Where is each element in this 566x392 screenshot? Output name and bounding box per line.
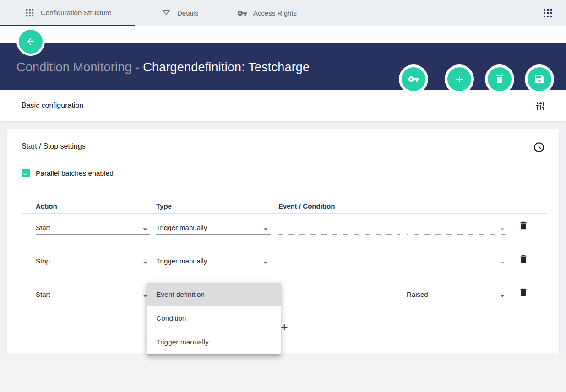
action-select-value: Start: [36, 224, 50, 231]
dropdown-arrow-icon: [261, 224, 271, 234]
event-condition-field[interactable]: [278, 286, 400, 301]
divider: [22, 213, 547, 214]
type-select[interactable]: Trigger manually: [156, 219, 271, 235]
type-select-value: Trigger manually: [156, 224, 207, 231]
tabbar-lower-strip: [0, 26, 566, 43]
delete-icon: [518, 287, 528, 297]
delete-icon: [518, 254, 528, 264]
delete-row-button[interactable]: [514, 250, 533, 268]
start-stop-settings-card: Start / Stop settings Parallel batches e…: [7, 129, 559, 353]
save-button[interactable]: [528, 67, 551, 91]
page-title: Condition Monitoring - Chargendefinition…: [16, 60, 310, 75]
parallel-batches-label: Parallel batches enabled: [36, 169, 114, 177]
page: Configuration Structure Details Access R…: [0, 0, 566, 392]
filter-icon: [161, 8, 171, 18]
delete-row-button[interactable]: [514, 283, 533, 301]
delete-icon: [518, 220, 528, 231]
action-select[interactable]: Start: [36, 286, 150, 301]
parallel-batches-checkbox[interactable]: [22, 169, 30, 177]
dropdown-arrow-icon: [140, 258, 150, 268]
tab-access-rights[interactable]: Access Rights: [237, 0, 297, 26]
apps-grid-icon: [25, 8, 35, 18]
action-select[interactable]: Stop: [36, 252, 150, 268]
event-condition-field[interactable]: [278, 252, 400, 268]
divider: [22, 279, 547, 279]
table-row: Start Trigger manually: [7, 219, 559, 237]
dropdown-arrow-icon: [497, 258, 507, 268]
type-select-value: Trigger manually: [156, 257, 207, 265]
top-tab-bar: Configuration Structure Details Access R…: [0, 0, 566, 26]
bottom-nav-bar: Basic configuration Start / Stop setting…: [0, 353, 566, 392]
page-title-main: Chargendefinition: Testcharge: [143, 60, 310, 74]
table-row: Start Raised: [7, 286, 559, 304]
tune-icon: [535, 100, 546, 111]
back-arrow-icon: [25, 36, 36, 47]
delete-row-button[interactable]: [514, 216, 533, 235]
delete-button[interactable]: [488, 67, 512, 91]
menu-item-trigger-manually[interactable]: Trigger manually: [147, 330, 281, 354]
column-header-type: Type: [156, 202, 172, 210]
tab-label: Access Rights: [253, 9, 297, 17]
type-select[interactable]: Trigger manually: [156, 252, 271, 268]
state-select[interactable]: [407, 252, 507, 268]
dropdown-arrow-icon: [497, 224, 507, 234]
tab-label: Configuration Structure: [41, 9, 111, 16]
table-row: Stop Trigger manually: [7, 252, 559, 271]
delete-icon: [494, 74, 505, 85]
tune-button[interactable]: [535, 100, 546, 111]
type-dropdown-menu: Event definition Condition Trigger manua…: [147, 283, 281, 354]
back-button[interactable]: [19, 30, 43, 54]
basic-configuration-bar: Basic configuration: [0, 90, 566, 121]
key-icon: [408, 74, 419, 85]
divider: [22, 339, 547, 339]
menu-item-condition[interactable]: Condition: [147, 306, 281, 330]
check-icon: [22, 170, 29, 177]
add-button[interactable]: [447, 67, 471, 91]
clock-icon: [533, 141, 545, 153]
column-header-action: Action: [36, 202, 57, 210]
dropdown-arrow-icon: [497, 291, 507, 301]
state-select[interactable]: Raised: [407, 286, 507, 301]
dropdown-arrow-icon: [140, 224, 150, 234]
apps-menu-button[interactable]: [542, 8, 553, 19]
apps-grid-icon: [542, 8, 553, 19]
access-rights-button[interactable]: [402, 67, 425, 91]
history-button[interactable]: [533, 141, 545, 153]
divider: [22, 246, 547, 246]
action-select-value: Stop: [36, 257, 50, 265]
page-header: Condition Monitoring - Chargendefinition…: [0, 43, 566, 90]
state-select[interactable]: [407, 219, 507, 235]
event-condition-field[interactable]: [278, 219, 400, 235]
action-select-value: Start: [36, 290, 50, 298]
tab-details[interactable]: Details: [161, 0, 198, 26]
key-icon: [237, 8, 247, 18]
page-title-prefix: Condition Monitoring -: [16, 60, 143, 74]
plus-icon: [454, 74, 465, 85]
menu-item-event-definition[interactable]: Event definition: [147, 283, 281, 306]
save-icon: [534, 74, 545, 85]
state-select-value: Raised: [407, 290, 428, 298]
basic-configuration-label: Basic configuration: [22, 102, 83, 110]
section-title: Start / Stop settings: [22, 142, 86, 150]
action-select[interactable]: Start: [36, 219, 150, 235]
tab-label: Details: [177, 9, 198, 17]
dropdown-arrow-icon: [261, 258, 271, 268]
column-header-event-condition: Event / Condition: [278, 202, 335, 210]
tab-configuration-structure[interactable]: Configuration Structure: [0, 0, 135, 26]
